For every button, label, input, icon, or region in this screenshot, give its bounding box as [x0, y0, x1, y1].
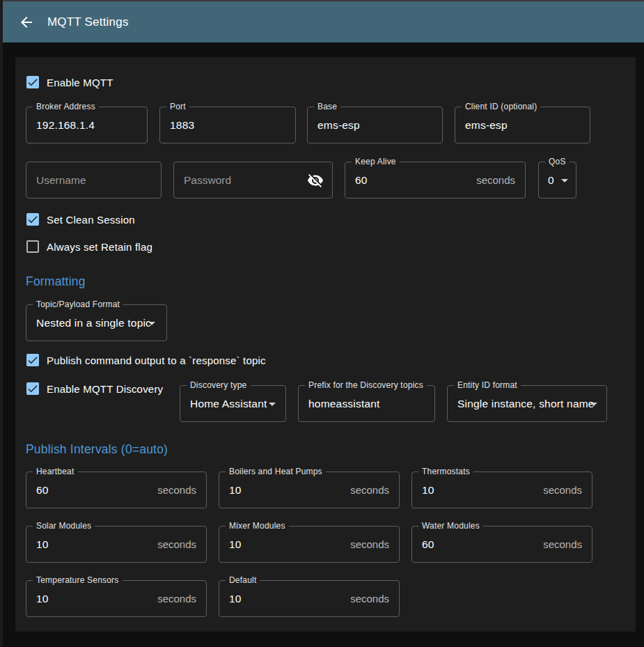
mqtt-settings-page: MQTT Settings Enable MQTT Broker Address… — [0, 0, 644, 647]
boilers-heatpumps-value: 10 — [229, 472, 242, 508]
discovery-prefix-field[interactable]: Prefix for the Discovery topics homeassi… — [298, 385, 435, 422]
broker-address-value: 192.168.1.4 — [36, 107, 95, 143]
base-field[interactable]: Base ems-esp — [307, 107, 443, 143]
window-top-edge — [0, 0, 644, 1]
entity-id-format-caret-icon — [590, 403, 597, 406]
heartbeat-interval-field[interactable]: Heartbeat 60 seconds — [26, 471, 207, 508]
retain-flag-label: Always set Retain flag — [47, 241, 152, 253]
temperature-sensors-value: 10 — [36, 581, 49, 616]
enable-mqtt-checkbox[interactable] — [26, 76, 39, 88]
mixer-modules-unit: seconds — [350, 527, 389, 562]
thermostats-value: 10 — [422, 472, 434, 508]
boilers-heatpumps-interval-field[interactable]: Boilers and Heat Pumps 10 seconds — [219, 471, 400, 508]
port-value: 1883 — [170, 107, 194, 143]
enable-mqtt-checkbox-row[interactable]: Enable MQTT — [26, 76, 113, 88]
password-field[interactable]: Password — [173, 162, 333, 198]
default-interval-value: 10 — [229, 581, 242, 616]
window-left-edge — [0, 0, 3, 647]
page-title: MQTT Settings — [47, 15, 129, 29]
app-header: MQTT Settings — [3, 1, 644, 42]
heartbeat-value: 60 — [36, 472, 49, 508]
clean-session-label: Set Clean Session — [47, 214, 135, 226]
mixer-modules-interval-field[interactable]: Mixer Modules 10 seconds — [219, 526, 400, 563]
clean-session-checkbox[interactable] — [26, 213, 39, 226]
publish-response-checkbox[interactable] — [26, 354, 39, 366]
thermostats-interval-field[interactable]: Thermostats 10 seconds — [411, 471, 592, 508]
default-interval-field[interactable]: Default 10 seconds — [219, 580, 400, 617]
qos-value: 0 — [548, 162, 554, 198]
enable-discovery-checkbox[interactable] — [26, 382, 39, 395]
publish-response-label: Publish command output to a `response` t… — [47, 354, 266, 366]
publish-intervals-section-title: Publish Intervals (0=auto) — [26, 442, 168, 457]
qos-select[interactable]: QoS 0 — [538, 162, 576, 198]
default-interval-unit: seconds — [350, 581, 389, 616]
discovery-prefix-value: homeassistant — [308, 386, 380, 421]
username-placeholder: Username — [36, 162, 86, 198]
formatting-section-title: Formatting — [26, 274, 86, 289]
boilers-heatpumps-unit: seconds — [350, 472, 389, 508]
broker-address-field[interactable]: Broker Address 192.168.1.4 — [26, 107, 148, 143]
client-id-field[interactable]: Client ID (optional) ems-esp — [455, 107, 590, 143]
visibility-off-icon[interactable] — [307, 172, 324, 189]
solar-modules-value: 10 — [36, 527, 49, 562]
thermostats-unit: seconds — [543, 472, 582, 508]
mixer-modules-value: 10 — [229, 527, 242, 562]
solar-modules-unit: seconds — [157, 527, 196, 562]
back-arrow-icon[interactable] — [18, 14, 35, 31]
water-modules-interval-field[interactable]: Water Modules 60 seconds — [411, 526, 592, 563]
discovery-type-select[interactable]: Discovery type Home Assistant — [180, 385, 286, 422]
heartbeat-unit: seconds — [157, 472, 196, 508]
retain-flag-checkbox[interactable] — [26, 240, 39, 253]
password-placeholder: Password — [184, 162, 231, 198]
discovery-type-caret-icon — [269, 403, 276, 406]
water-modules-unit: seconds — [543, 527, 582, 562]
topic-format-value: Nested in a single topic — [36, 305, 151, 341]
publish-response-checkbox-row[interactable]: Publish command output to a `response` t… — [26, 354, 266, 366]
solar-modules-interval-field[interactable]: Solar Modules 10 seconds — [26, 526, 207, 563]
keep-alive-unit: seconds — [476, 162, 515, 198]
water-modules-value: 60 — [422, 527, 434, 562]
temperature-sensors-unit: seconds — [157, 581, 196, 616]
entity-id-format-value: Single instance, short name — [457, 386, 595, 421]
base-value: ems-esp — [317, 107, 360, 143]
settings-card: Enable MQTT Broker Address 192.168.1.4 P… — [15, 57, 636, 632]
topic-format-select[interactable]: Topic/Payload Format Nested in a single … — [26, 304, 167, 341]
discovery-type-value: Home Assistant — [190, 386, 267, 421]
temperature-sensors-interval-field[interactable]: Temperature Sensors 10 seconds — [26, 580, 207, 617]
qos-dropdown-caret-icon — [561, 179, 568, 182]
enable-discovery-checkbox-row[interactable]: Enable MQTT Discovery — [26, 382, 163, 395]
retain-flag-checkbox-row[interactable]: Always set Retain flag — [26, 240, 152, 253]
clean-session-checkbox-row[interactable]: Set Clean Session — [26, 213, 135, 226]
enable-discovery-label: Enable MQTT Discovery — [47, 383, 163, 395]
enable-mqtt-label: Enable MQTT — [47, 77, 113, 88]
entity-id-format-select[interactable]: Entity ID format Single instance, short … — [447, 385, 607, 422]
client-id-value: ems-esp — [465, 107, 508, 143]
keep-alive-field[interactable]: Keep Alive 60 seconds — [345, 162, 526, 198]
username-field[interactable]: Username — [26, 162, 162, 198]
port-field[interactable]: Port 1883 — [159, 107, 296, 143]
topic-format-caret-icon — [148, 322, 155, 325]
keep-alive-value: 60 — [355, 162, 368, 198]
